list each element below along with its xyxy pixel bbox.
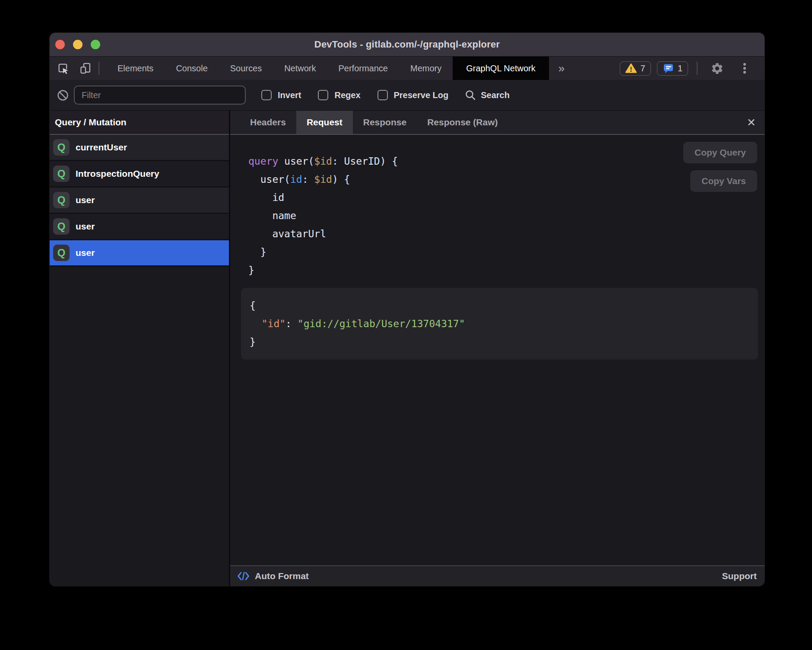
query-type-badge: Q <box>53 139 70 156</box>
query-item-label: user <box>76 221 95 232</box>
zoom-window-button[interactable] <box>91 40 100 49</box>
copy-query-button[interactable]: Copy Query <box>683 142 757 163</box>
filter-input[interactable] <box>74 86 246 105</box>
toolbar-separator <box>697 62 698 75</box>
search-label: Search <box>481 90 510 100</box>
query-item-label: user <box>76 248 95 258</box>
query-list-header: Query / Mutation <box>50 111 229 135</box>
detail-panel-tabs: Headers Request Response Response (Raw) … <box>230 111 764 135</box>
preserve-log-label: Preserve Log <box>394 90 449 100</box>
message-icon <box>663 63 674 74</box>
copy-vars-button[interactable]: Copy Vars <box>690 170 757 192</box>
window-title: DevTools - gitlab.com/-/graphql-explorer <box>314 39 500 50</box>
query-list-sidebar: Query / Mutation Q currentUser Q Introsp… <box>50 111 230 586</box>
titlebar: DevTools - gitlab.com/-/graphql-explorer <box>50 33 764 57</box>
query-type-badge: Q <box>53 218 70 235</box>
query-list-item-introspectionquery[interactable]: Q IntrospectionQuery <box>50 161 229 188</box>
more-tabs-button[interactable]: » <box>549 57 574 80</box>
query-item-label: currentUser <box>76 142 127 153</box>
warnings-badge[interactable]: 7 <box>620 61 651 76</box>
kebab-menu-icon[interactable] <box>734 62 755 75</box>
minimize-window-button[interactable] <box>73 40 82 49</box>
traffic-lights <box>55 33 100 56</box>
query-item-label: user <box>76 195 95 205</box>
auto-format-button[interactable]: Auto Format <box>237 571 309 581</box>
query-list-item-user-2[interactable]: Q user <box>50 214 229 240</box>
toolbar-separator <box>98 62 99 75</box>
filter-bar: Invert Regex Preserve Log Search <box>50 80 764 110</box>
invert-label: Invert <box>278 90 301 100</box>
main-split: Query / Mutation Q currentUser Q Introsp… <box>50 110 764 586</box>
tab-headers[interactable]: Headers <box>240 111 296 134</box>
panel-footer: Auto Format Support <box>230 565 764 586</box>
preserve-log-checkbox[interactable] <box>377 90 388 100</box>
issues-badge[interactable]: 1 <box>657 61 688 76</box>
devtools-toolbar: Elements Console Sources Network Perform… <box>50 57 764 80</box>
query-list-item-user-1[interactable]: Q user <box>50 188 229 214</box>
tab-elements[interactable]: Elements <box>106 57 165 80</box>
invert-checkbox-group[interactable]: Invert <box>261 90 301 100</box>
issues-count: 1 <box>678 64 682 73</box>
clear-log-icon[interactable] <box>57 89 69 101</box>
search-icon <box>465 89 476 101</box>
request-content: query user($id: UserID) { user(id: $id) … <box>230 135 764 565</box>
support-link[interactable]: Support <box>722 571 757 581</box>
tab-response-raw[interactable]: Response (Raw) <box>417 111 508 134</box>
tab-response[interactable]: Response <box>353 111 417 134</box>
query-item-label: IntrospectionQuery <box>76 169 159 179</box>
query-type-badge: Q <box>53 166 70 182</box>
device-toolbar-icon[interactable] <box>79 62 92 74</box>
invert-checkbox[interactable] <box>261 90 272 100</box>
detail-panel: Headers Request Response Response (Raw) … <box>230 111 764 586</box>
query-type-badge: Q <box>53 245 70 261</box>
tab-graphql-network[interactable]: GraphQL Network <box>453 57 549 80</box>
search-button[interactable]: Search <box>465 89 510 101</box>
regex-checkbox[interactable] <box>318 90 328 100</box>
regex-label: Regex <box>334 90 360 100</box>
devtools-window: DevTools - gitlab.com/-/graphql-explorer… <box>50 33 764 586</box>
tab-network[interactable]: Network <box>273 57 327 80</box>
warning-icon <box>625 63 637 73</box>
regex-checkbox-group[interactable]: Regex <box>318 90 360 100</box>
query-list-item-user-3-selected[interactable]: Q user <box>50 240 229 267</box>
warning-count: 7 <box>641 64 645 73</box>
settings-gear-icon[interactable] <box>706 62 728 75</box>
query-list-item-currentuser[interactable]: Q currentUser <box>50 135 229 161</box>
tab-request[interactable]: Request <box>296 111 353 134</box>
query-type-badge: Q <box>53 192 70 208</box>
query-variables-code: { "id": "gid://gitlab/User/13704317"} <box>250 296 758 351</box>
tab-performance[interactable]: Performance <box>327 57 400 80</box>
code-brackets-icon <box>237 571 250 581</box>
close-icon[interactable]: ✕ <box>747 117 756 128</box>
tab-sources[interactable]: Sources <box>219 57 273 80</box>
tab-memory[interactable]: Memory <box>399 57 453 80</box>
inspect-element-icon[interactable] <box>57 62 69 74</box>
auto-format-label: Auto Format <box>255 571 309 581</box>
query-variables-panel: { "id": "gid://gitlab/User/13704317"} <box>241 288 758 360</box>
preserve-log-checkbox-group[interactable]: Preserve Log <box>377 90 449 100</box>
close-window-button[interactable] <box>55 40 65 49</box>
tab-console[interactable]: Console <box>165 57 219 80</box>
